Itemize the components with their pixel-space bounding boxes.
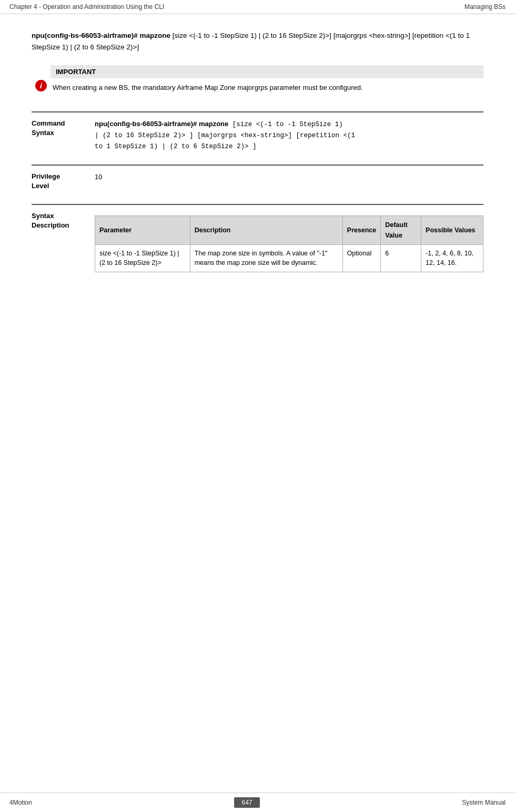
important-header: IMPORTANT xyxy=(51,65,483,78)
cell-default-value: 6 xyxy=(381,244,421,272)
cell-possible-values: -1, 2, 4, 6, 8, 10, 12, 14, 16. xyxy=(421,244,483,272)
page-footer: 4Motion 647 System Manual xyxy=(0,793,515,812)
important-box: i IMPORTANT When creating a new BS, the … xyxy=(32,65,483,97)
syntax-table: Parameter Description Presence Default V… xyxy=(95,215,483,273)
col-possible-values: Possible Values xyxy=(421,215,483,244)
table-row: size <(-1 to -1 StepSize 1) | (2 to 16 S… xyxy=(95,244,483,272)
cell-description: The map zone size in symbols. A value of… xyxy=(190,244,342,272)
command-intro: npu(config-bs-66053-airframe)# mapzone [… xyxy=(32,30,483,53)
command-syntax-section: Command Syntax npu(config-bs-66053-airfr… xyxy=(32,111,483,152)
col-parameter: Parameter xyxy=(95,215,190,244)
privilege-value: 10 xyxy=(95,172,483,183)
important-content: IMPORTANT When creating a new BS, the ma… xyxy=(51,65,483,93)
command-bold: npu(config-bs-66053-airframe)# mapzone xyxy=(32,32,170,39)
important-icon-container: i xyxy=(32,65,51,97)
privilege-label: Privilege Level xyxy=(32,172,95,191)
command-syntax-bold: npu(config-bs-66053-airframe)# mapzone xyxy=(95,120,228,128)
main-content: npu(config-bs-66053-airframe)# mapzone [… xyxy=(0,14,515,306)
col-presence: Presence xyxy=(342,215,381,244)
footer-left: 4Motion xyxy=(9,799,32,806)
table-header-row: Parameter Description Presence Default V… xyxy=(95,215,483,244)
privilege-section: Privilege Level 10 xyxy=(32,165,483,191)
page-header: Chapter 4 - Operation and Administration… xyxy=(0,0,515,14)
command-syntax-label: Command Syntax xyxy=(32,119,95,138)
col-description: Description xyxy=(190,215,342,244)
important-icon: i xyxy=(35,80,47,91)
footer-right: System Manual xyxy=(462,799,506,806)
col-default-value: Default Value xyxy=(381,215,421,244)
syntax-description-content: Parameter Description Presence Default V… xyxy=(95,211,483,273)
header-chapter: Chapter 4 - Operation and Administration… xyxy=(9,3,164,11)
syntax-description-section: Syntax Description Parameter Description… xyxy=(32,204,483,273)
command-syntax-content: npu(config-bs-66053-airframe)# mapzone [… xyxy=(95,119,483,152)
syntax-description-label: Syntax Description xyxy=(32,211,95,230)
cell-parameter: size <(-1 to -1 StepSize 1) | (2 to 16 S… xyxy=(95,244,190,272)
footer-page: 647 xyxy=(234,797,259,808)
important-text: When creating a new BS, the mandatory Ai… xyxy=(51,83,483,93)
cell-presence: Optional xyxy=(342,244,381,272)
header-section: Managing BSs xyxy=(464,3,506,11)
